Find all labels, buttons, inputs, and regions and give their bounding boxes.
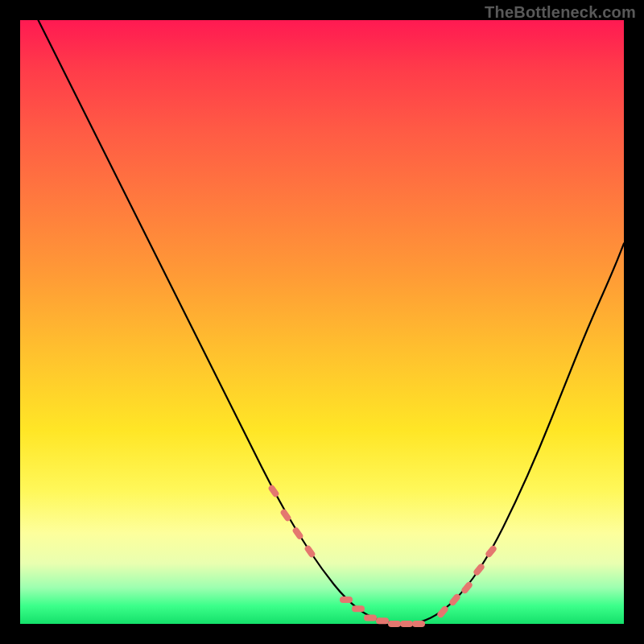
watermark-label: TheBottleneck.com [485, 3, 636, 22]
highlighted-points [267, 484, 497, 627]
marker-dash [352, 605, 365, 612]
marker-dash [376, 617, 389, 624]
marker-dash [400, 621, 413, 627]
chart-overlay [20, 20, 624, 624]
marker-dash [364, 615, 377, 621]
marker-dash [267, 484, 280, 498]
marker-dash [412, 621, 425, 627]
marker-dash [388, 621, 401, 627]
marker-dash [473, 563, 485, 576]
marker-dash [340, 597, 353, 603]
bottleneck-curve [39, 20, 625, 624]
chart-frame: TheBottleneck.com [0, 0, 644, 644]
